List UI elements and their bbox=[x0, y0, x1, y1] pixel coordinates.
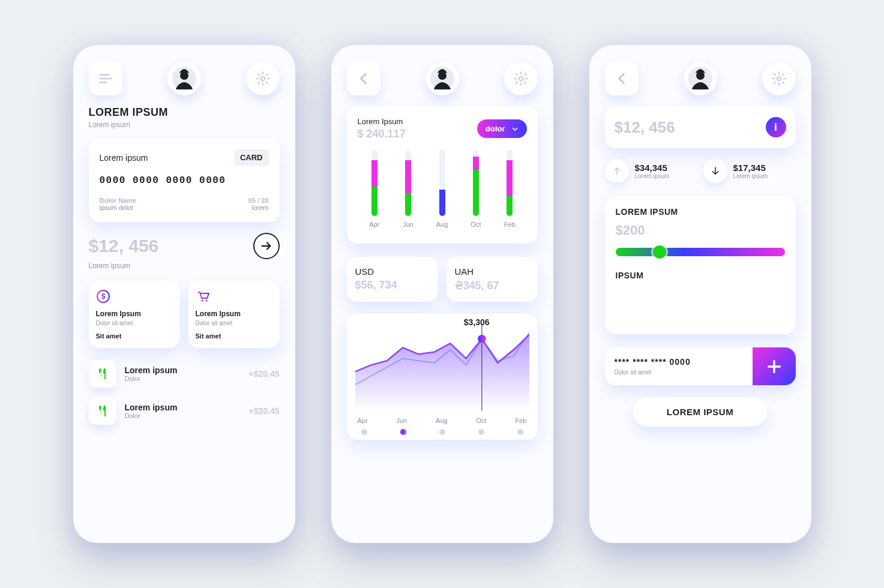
back-button[interactable] bbox=[605, 62, 639, 95]
arrow-up-icon bbox=[605, 159, 629, 183]
chart-value: $ 240.117 bbox=[358, 128, 406, 140]
bar-label: Apr bbox=[369, 221, 379, 228]
balance-sub: Lorem ipsum bbox=[89, 262, 280, 270]
masked-card-number: **** **** **** 0000 bbox=[615, 357, 743, 367]
dot[interactable] bbox=[478, 429, 484, 435]
dot[interactable] bbox=[361, 429, 367, 435]
dot-active[interactable] bbox=[400, 429, 406, 435]
menu-icon bbox=[98, 71, 113, 86]
svg-point-2 bbox=[260, 77, 265, 81]
dot[interactable] bbox=[439, 429, 445, 435]
svg-point-13 bbox=[696, 71, 705, 80]
card-exp-label: 05 / 20 bbox=[248, 197, 269, 204]
screen-transfer: $12, 456 i $34,345 Lorem ipsum $17,345 L… bbox=[589, 45, 811, 543]
bar-label: Oct bbox=[471, 221, 481, 228]
transaction-row[interactable]: Lorem ipsum Dolor +$20.45 bbox=[89, 360, 280, 388]
currency-card-usd[interactable]: USD $56, 734 bbox=[347, 257, 438, 302]
card-number: 0000 0000 0000 0000 bbox=[100, 175, 269, 186]
balance-amount: $12, 456 bbox=[615, 118, 675, 137]
dropdown-label: dolor bbox=[486, 124, 505, 133]
bar-label: Jun bbox=[403, 221, 413, 228]
currency-code: USD bbox=[355, 266, 430, 277]
svg-point-1 bbox=[180, 71, 188, 80]
mini-card-1[interactable]: Lorem Ipsum Dolor sit amet Sit amet bbox=[188, 281, 280, 348]
credit-card[interactable]: Lorem ipsum CARD 0000 0000 0000 0000 Dol… bbox=[89, 139, 280, 222]
settings-button[interactable] bbox=[504, 62, 538, 95]
expense-stat: $17,345 Lorem ipsum bbox=[703, 159, 796, 183]
slider-thumb[interactable] bbox=[653, 245, 666, 259]
page-title: LOREM IPSUM bbox=[89, 106, 280, 119]
mini-sub: Dolor sit amet bbox=[96, 320, 173, 326]
info-icon: i bbox=[774, 121, 777, 134]
balance-card: $12, 456 i bbox=[605, 106, 796, 148]
mini-card-0[interactable]: $ Lorem Ipsum Dolor sit amet Sit amet bbox=[89, 281, 180, 348]
info-button[interactable]: i bbox=[766, 117, 786, 137]
transaction-row[interactable]: Lorem ipsum Dolor +$20.45 bbox=[89, 397, 280, 425]
gear-icon bbox=[513, 71, 529, 86]
dot[interactable] bbox=[517, 429, 523, 435]
svg-point-14 bbox=[777, 77, 781, 81]
food-icon bbox=[89, 360, 116, 388]
arrow-down-icon bbox=[703, 159, 727, 183]
bar-label: Feb bbox=[504, 221, 516, 228]
card-label: Lorem ipsum bbox=[100, 153, 148, 163]
page-subtitle: Lorem ipsum bbox=[89, 121, 280, 129]
balance-arrow-button[interactable] bbox=[253, 233, 280, 259]
currency-card-uah[interactable]: UAH ₴345, 67 bbox=[447, 257, 538, 302]
bar-label: Aug bbox=[436, 221, 448, 228]
amount-slider[interactable] bbox=[616, 248, 785, 256]
top-bar bbox=[347, 62, 538, 95]
currency-value: $56, 734 bbox=[355, 279, 430, 292]
screen-home: LOREM IPSUM Lorem ipsum Lorem ipsum CARD… bbox=[73, 45, 295, 543]
mini-btn: Sit amet bbox=[196, 332, 272, 340]
slider-title: LOREM IPSUM bbox=[616, 207, 785, 217]
io-sub: Lorem ipsum bbox=[635, 173, 670, 179]
currency-code: UAH bbox=[455, 266, 529, 277]
slider-amount: $200 bbox=[616, 223, 785, 238]
line-chart-card: $3,306 AprJunAugOctFeb bbox=[347, 314, 538, 440]
top-bar bbox=[605, 62, 796, 95]
menu-button[interactable] bbox=[89, 62, 122, 95]
chart-label: Lorem Ipsum bbox=[358, 117, 406, 126]
screen-analytics: Lorem Ipsum $ 240.117 dolor AprJunAugOct… bbox=[331, 45, 553, 543]
bar-chart-card: Lorem Ipsum $ 240.117 dolor AprJunAugOct… bbox=[347, 106, 538, 244]
mini-btn: Sit amet bbox=[96, 332, 173, 340]
avatar-icon bbox=[430, 67, 454, 91]
add-card-button[interactable] bbox=[753, 347, 796, 385]
balance-amount: $12, 456 bbox=[89, 236, 159, 256]
arrow-right-icon bbox=[260, 239, 273, 253]
plus-icon bbox=[766, 358, 783, 375]
income-stat: $34,345 Lorem ipsum bbox=[605, 159, 697, 183]
primary-cta-button[interactable]: LOREM IPSUM bbox=[633, 397, 767, 427]
avatar[interactable] bbox=[167, 62, 201, 95]
back-button[interactable] bbox=[347, 62, 380, 95]
chevron-left-icon bbox=[614, 71, 630, 86]
chevron-left-icon bbox=[356, 71, 371, 86]
settings-button[interactable] bbox=[762, 62, 796, 95]
avatar[interactable] bbox=[425, 62, 459, 95]
currency-value: ₴345, 67 bbox=[455, 279, 529, 292]
card-badge: CARD bbox=[234, 149, 269, 166]
settings-button[interactable] bbox=[246, 62, 280, 95]
tx-amount: +$20.45 bbox=[249, 369, 280, 379]
chevron-down-icon bbox=[511, 125, 519, 133]
svg-point-9 bbox=[519, 77, 523, 81]
avatar[interactable] bbox=[684, 62, 717, 95]
dollar-icon: $ bbox=[96, 289, 110, 304]
gear-icon bbox=[771, 71, 787, 86]
card-exp-value: lorem bbox=[248, 204, 269, 211]
add-card-row: **** **** **** 0000 Dolor sit amet bbox=[605, 347, 796, 385]
gear-icon bbox=[255, 71, 271, 86]
tx-title: Lorem ipsum bbox=[125, 403, 241, 412]
line-chart bbox=[355, 322, 529, 412]
card-holder-label: Dolor Name bbox=[100, 197, 137, 204]
chart-peak-value: $3,306 bbox=[464, 317, 490, 327]
io-amount: $17,345 bbox=[733, 163, 768, 173]
mini-sub: Dolor sit amet bbox=[196, 320, 272, 326]
svg-text:$: $ bbox=[101, 292, 105, 301]
avatar-icon bbox=[172, 67, 196, 91]
svg-point-5 bbox=[201, 300, 203, 302]
dropdown-filter[interactable]: dolor bbox=[477, 119, 527, 138]
svg-point-6 bbox=[205, 300, 207, 302]
tx-sub: Dolor bbox=[125, 412, 241, 419]
